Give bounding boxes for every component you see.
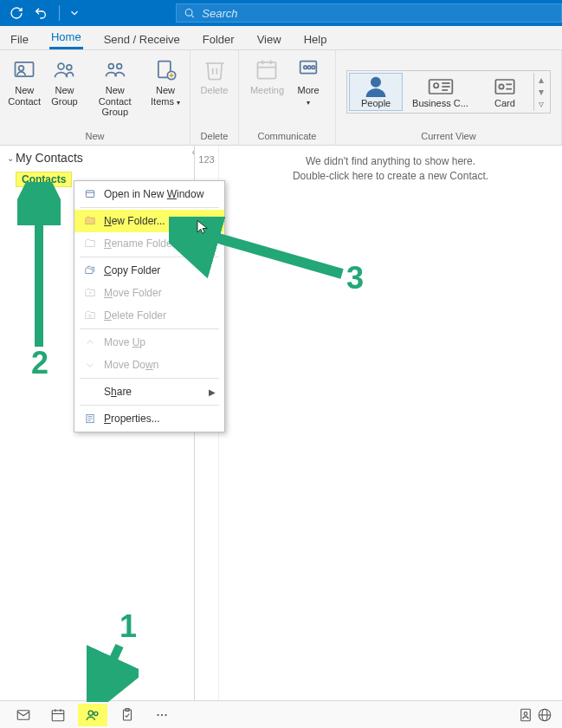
delete-button: Delete	[196, 54, 234, 98]
gallery-expand-icon[interactable]: ▿	[536, 99, 546, 109]
svg-point-5	[67, 65, 72, 70]
new-contact-group-label: New ContactGroup	[88, 85, 141, 118]
business-card-icon	[427, 75, 455, 98]
tab-view[interactable]: View	[255, 29, 283, 49]
meeting-label: Meeting	[250, 85, 284, 96]
ctx-delete-folder: Delete Folder	[74, 304, 224, 327]
title-bar	[0, 0, 562, 26]
svg-point-21	[312, 66, 315, 69]
chevron-right-icon: ▶	[209, 387, 216, 397]
contact-group-icon	[101, 55, 129, 83]
calendar-nav-icon[interactable]	[43, 704, 73, 726]
more-label: More▾	[298, 85, 320, 107]
tab-folder[interactable]: Folder	[201, 29, 236, 49]
view-people[interactable]: People	[349, 73, 403, 111]
sync-icon[interactable]	[7, 3, 26, 23]
undo-icon[interactable]	[31, 3, 50, 23]
svg-point-29	[499, 84, 503, 88]
new-contact-label: NewContact	[8, 85, 41, 107]
folder-rename-icon	[83, 237, 97, 250]
bottom-nav	[0, 700, 562, 728]
svg-point-0	[185, 10, 192, 16]
properties-icon	[83, 412, 97, 426]
tab-file[interactable]: File	[9, 29, 30, 49]
svg-line-62	[100, 646, 120, 689]
ribbon-tabs: File Home Send / Receive Folder View Hel…	[0, 26, 562, 50]
globe-icon[interactable]	[536, 704, 553, 726]
tasks-nav-icon[interactable]	[113, 704, 142, 726]
meeting-button: Meeting	[247, 54, 287, 98]
ctx-share[interactable]: Share ▶	[74, 380, 224, 403]
svg-point-20	[307, 66, 311, 69]
new-items-label: NewItems ▾	[151, 85, 180, 107]
ribbon-group-new: New	[85, 129, 104, 143]
svg-line-1	[191, 16, 193, 17]
search-box[interactable]	[176, 3, 562, 23]
svg-point-45	[524, 712, 527, 715]
folder-copy-icon	[83, 263, 97, 277]
tab-help[interactable]: Help	[302, 29, 329, 49]
qat-dropdown-icon[interactable]	[68, 3, 81, 23]
search-icon	[184, 7, 195, 19]
calendar-icon	[253, 55, 281, 83]
svg-point-4	[58, 63, 64, 69]
folder-delete-icon	[83, 309, 97, 322]
svg-point-22	[371, 77, 381, 87]
alpha-123[interactable]: 123	[195, 151, 218, 169]
card-icon	[491, 75, 519, 98]
people-group-icon	[50, 55, 78, 83]
annotation-3: 3	[346, 260, 364, 296]
current-view-gallery[interactable]: People Business C... Card ▴ ▾	[346, 70, 551, 114]
gallery-up-icon[interactable]: ▴	[536, 75, 546, 85]
address-book-icon[interactable]	[517, 704, 534, 726]
search-input[interactable]	[202, 7, 554, 20]
svg-point-42	[161, 713, 163, 715]
svg-rect-32	[17, 710, 29, 719]
svg-point-24	[434, 83, 438, 88]
svg-point-3	[19, 66, 24, 71]
svg-rect-49	[86, 191, 94, 198]
more-icon	[294, 55, 322, 83]
arrow-down-icon	[83, 358, 97, 372]
svg-rect-33	[52, 710, 64, 720]
folder-move-icon	[83, 286, 97, 300]
ctx-move-up: Move Up	[74, 331, 224, 354]
svg-rect-14	[258, 62, 276, 79]
new-contact-button[interactable]: NewContact	[5, 54, 43, 108]
ctx-move-down: Move Down	[74, 354, 224, 376]
view-business-card[interactable]: Business C...	[404, 73, 476, 111]
ribbon-group-communicate: Communicate	[258, 129, 317, 143]
svg-point-7	[116, 64, 121, 69]
more-button[interactable]: More▾	[289, 54, 327, 108]
tab-send-receive[interactable]: Send / Receive	[102, 29, 182, 49]
svg-point-6	[108, 64, 113, 69]
ctx-properties[interactable]: Properties...	[74, 407, 224, 430]
svg-point-38	[94, 712, 98, 715]
view-card[interactable]: Card	[478, 73, 532, 111]
tab-home[interactable]: Home	[49, 27, 83, 49]
gallery-down-icon[interactable]: ▾	[536, 87, 546, 97]
folder-new-icon	[83, 214, 97, 228]
chevron-down-icon: ⌄	[7, 153, 14, 163]
cursor-icon	[195, 219, 210, 235]
new-contact-group-button[interactable]: New ContactGroup	[85, 54, 145, 120]
ctx-open-new-window[interactable]: Open in New Window	[74, 183, 224, 205]
ribbon: NewContact NewGroup New ContactGroup New…	[0, 50, 562, 146]
empty-state-line2: Double-click here to create a new Contac…	[229, 169, 552, 184]
new-group-label: NewGroup	[51, 85, 78, 107]
ribbon-group-currentview: Current View	[421, 129, 475, 143]
trash-icon	[201, 55, 229, 83]
people-nav-icon[interactable]	[78, 704, 107, 726]
svg-point-43	[165, 713, 166, 715]
people-icon	[362, 75, 390, 98]
new-group-button[interactable]: NewGroup	[45, 54, 83, 108]
new-items-button[interactable]: NewItems ▾	[146, 54, 184, 108]
my-contacts-heading[interactable]: ⌄ My Contacts	[0, 146, 194, 170]
empty-state-line1: We didn't find anything to show here.	[229, 154, 552, 169]
mail-icon[interactable]	[9, 704, 38, 726]
delete-label: Delete	[201, 85, 229, 96]
annotation-2: 2	[31, 345, 48, 381]
collapse-pane-icon[interactable]: ‹	[192, 147, 195, 157]
svg-point-19	[304, 66, 307, 69]
more-nav-icon[interactable]	[147, 704, 177, 726]
